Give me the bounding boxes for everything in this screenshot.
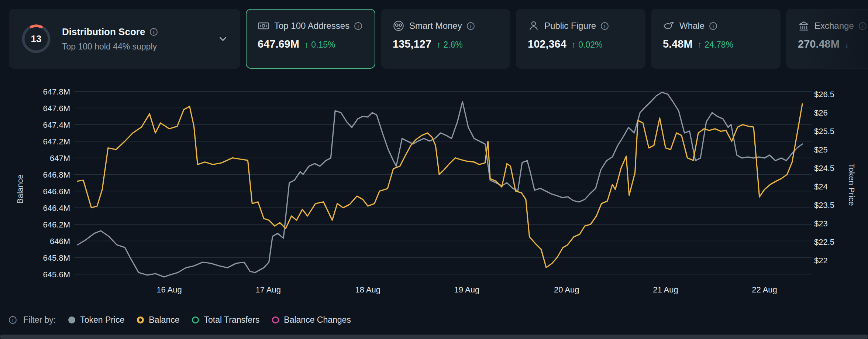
svg-text:647M: 647M (50, 154, 70, 163)
up-arrow-icon: ↑ (304, 40, 309, 50)
svg-text:647.8M: 647.8M (43, 87, 70, 96)
public-figure-icon (528, 20, 540, 32)
stat-card-public-figure[interactable]: Public Figure 102,364 ↑0.02% (516, 9, 645, 69)
stat-change: ↓ (845, 40, 852, 50)
balance-marker-icon (137, 316, 144, 323)
filter-legend: Filter by: Token Price Balance Total Tra… (9, 312, 351, 327)
stat-value: 647.69M (258, 38, 299, 50)
legend-item-balance[interactable]: Balance (137, 315, 179, 325)
token-price-marker-icon (68, 316, 75, 323)
svg-text:645.6M: 645.6M (43, 270, 70, 279)
legend-label: Balance (149, 315, 179, 325)
stat-label: Whale (679, 21, 705, 31)
svg-text:16 Aug: 16 Aug (156, 285, 182, 294)
legend-item-total-transfers[interactable]: Total Transfers (192, 315, 259, 325)
svg-text:18 Aug: 18 Aug (355, 285, 381, 294)
stat-change: ↑24.78% (698, 40, 734, 50)
svg-text:646.6M: 646.6M (43, 187, 70, 196)
balance-changes-marker-icon (272, 316, 279, 323)
svg-text:Balance: Balance (16, 174, 25, 204)
down-arrow-icon: ↓ (845, 40, 849, 50)
legend-label: Total Transfers (204, 315, 259, 325)
stats-card-row: 13 Distribution Score Top 100 hold 44% s… (9, 9, 868, 69)
svg-text:20 Aug: 20 Aug (554, 285, 579, 294)
svg-text:$25: $25 (814, 145, 828, 154)
smart-money-icon (393, 20, 404, 32)
svg-text:19 Aug: 19 Aug (454, 285, 480, 294)
stat-card-top-100-addresses[interactable]: Top 100 Addresses 647.69M ↑0.15% (246, 9, 375, 69)
svg-text:647.6M: 647.6M (43, 104, 70, 113)
svg-text:646.4M: 646.4M (43, 203, 70, 213)
distribution-score-gauge: 13 (21, 23, 52, 54)
stat-label: Public Figure (544, 21, 596, 31)
stat-card-exchange[interactable]: Exchange 270.48M ↓ (786, 9, 868, 69)
stat-change: ↑0.02% (572, 40, 603, 50)
stat-card-smart-money[interactable]: Smart Money 135,127 ↑2.6% (381, 9, 510, 69)
info-icon[interactable] (150, 28, 158, 36)
svg-text:$22: $22 (814, 256, 828, 265)
legend-item-balance-changes[interactable]: Balance Changes (272, 315, 351, 325)
info-icon[interactable] (601, 22, 609, 30)
legend-item-token-price[interactable]: Token Price (68, 315, 124, 325)
stat-change: ↑0.15% (304, 40, 335, 50)
info-icon[interactable] (709, 22, 717, 30)
svg-text:645.8M: 645.8M (43, 253, 70, 263)
total-transfers-marker-icon (192, 316, 199, 323)
chevron-down-icon[interactable] (217, 33, 228, 44)
info-icon[interactable] (354, 22, 362, 30)
svg-text:Token Price: Token Price (847, 164, 856, 206)
svg-text:$26: $26 (814, 108, 828, 117)
distribution-score-title: Distribution Score (62, 26, 145, 38)
banknote-icon (258, 20, 269, 32)
legend-label: Balance Changes (284, 315, 351, 325)
info-icon[interactable] (467, 22, 475, 30)
up-arrow-icon: ↑ (437, 40, 441, 50)
svg-text:21 Aug: 21 Aug (653, 285, 678, 294)
info-icon[interactable] (9, 316, 17, 324)
svg-text:646.2M: 646.2M (43, 220, 70, 229)
filter-by-label: Filter by: (23, 315, 56, 325)
stat-value: 135,127 (393, 38, 431, 50)
up-arrow-icon: ↑ (572, 40, 576, 50)
svg-text:647.2M: 647.2M (43, 137, 70, 146)
svg-text:$23.5: $23.5 (814, 201, 834, 210)
distribution-score-value: 13 (21, 23, 52, 54)
svg-text:22 Aug: 22 Aug (752, 285, 777, 294)
svg-text:$26.5: $26.5 (814, 90, 834, 99)
distribution-score-card[interactable]: 13 Distribution Score Top 100 hold 44% s… (9, 9, 240, 69)
horizontal-scrollbar[interactable] (0, 335, 868, 339)
svg-text:$25.5: $25.5 (814, 127, 834, 136)
stat-label: Smart Money (409, 21, 462, 31)
balance-line (78, 104, 802, 267)
svg-text:17 Aug: 17 Aug (255, 285, 281, 294)
legend-label: Token Price (80, 315, 124, 325)
stat-change: ↑2.6% (437, 40, 463, 50)
svg-text:$24.5: $24.5 (814, 164, 834, 173)
stat-value: 5.48M (663, 38, 693, 50)
info-icon[interactable] (859, 22, 867, 30)
svg-text:647.4M: 647.4M (43, 120, 70, 130)
svg-text:646.8M: 646.8M (43, 170, 70, 179)
stat-value: 270.48M (798, 38, 840, 50)
distribution-score-subtitle: Top 100 hold 44% supply (62, 42, 158, 52)
stat-value: 102,364 (528, 38, 566, 50)
stat-label: Top 100 Addresses (274, 21, 349, 31)
up-arrow-icon: ↑ (698, 40, 702, 50)
token-price-line (78, 92, 802, 277)
stat-label: Exchange (814, 21, 854, 31)
svg-text:$23: $23 (814, 219, 828, 228)
svg-text:$22.5: $22.5 (814, 237, 834, 247)
whale-icon (663, 20, 675, 32)
svg-text:646M: 646M (50, 237, 70, 246)
bank-icon (798, 20, 810, 32)
stat-card-whale[interactable]: Whale 5.48M ↑24.78% (651, 9, 781, 69)
svg-text:$24: $24 (814, 182, 828, 191)
